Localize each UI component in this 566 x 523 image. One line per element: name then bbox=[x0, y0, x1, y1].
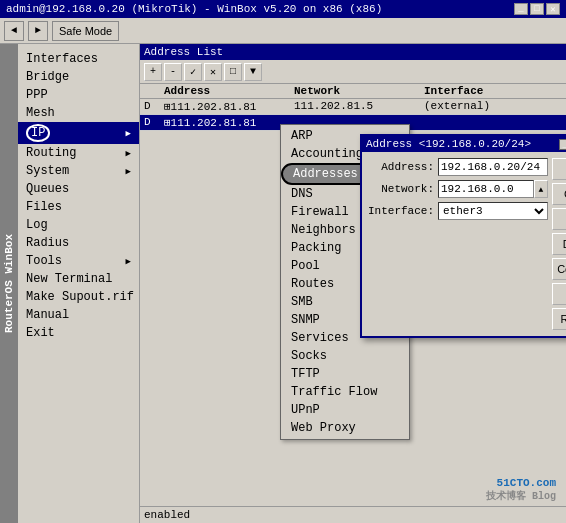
disable-toolbar-button[interactable]: ✕ bbox=[204, 63, 222, 81]
watermark-line1: 51CTO.com bbox=[486, 477, 556, 489]
sidebar-label: RouterOS WinBox bbox=[0, 44, 18, 523]
row2-flag: D bbox=[144, 116, 164, 129]
watermark-line2: 技术博客 Blog bbox=[486, 489, 556, 503]
sidebar-item-exit[interactable]: Exit bbox=[18, 324, 139, 342]
status-bar: enabled bbox=[140, 506, 566, 523]
address-list-title-bar: Address List bbox=[140, 44, 566, 60]
row1-flag: D bbox=[144, 100, 164, 113]
network-label: Network: bbox=[368, 183, 438, 195]
submenu-item-traffic-flow[interactable]: Traffic Flow bbox=[281, 383, 409, 401]
main-layout: RouterOS WinBox Interfaces Bridge PPP Me… bbox=[0, 44, 566, 523]
enable-button[interactable]: ✓ bbox=[184, 63, 202, 81]
interface-label: Interface: bbox=[368, 205, 438, 217]
address-list-toolbar: + - ✓ ✕ □ ▼ bbox=[140, 60, 566, 84]
network-field-row: Network: ▲ bbox=[368, 180, 548, 198]
safe-mode-button[interactable]: Safe Mode bbox=[52, 21, 119, 41]
table-header: Address Network Interface bbox=[140, 84, 566, 99]
sidebar-item-new-terminal[interactable]: New Terminal bbox=[18, 270, 139, 288]
sidebar-item-system[interactable]: System ▶ bbox=[18, 162, 139, 180]
sidebar-item-routing[interactable]: Routing ▶ bbox=[18, 144, 139, 162]
toolbar: ◄ ► Safe Mode bbox=[0, 18, 566, 44]
submenu-item-web-proxy[interactable]: Web Proxy bbox=[281, 419, 409, 437]
title-bar-buttons[interactable]: _ □ ✕ bbox=[514, 3, 560, 15]
sidebar-item-bridge[interactable]: Bridge bbox=[18, 68, 139, 86]
sidebar-item-ppp[interactable]: PPP bbox=[18, 86, 139, 104]
row2-interface bbox=[424, 116, 562, 129]
submenu-item-tftp[interactable]: TFTP bbox=[281, 365, 409, 383]
maximize-button[interactable]: □ bbox=[530, 3, 544, 15]
row2-address: ⊞111.202.81.81 bbox=[164, 116, 294, 129]
sidebar-item-log[interactable]: Log bbox=[18, 216, 139, 234]
interface-select[interactable]: ether3 bbox=[438, 202, 548, 220]
sidebar-item-make-supout[interactable]: Make Supout.rif bbox=[18, 288, 139, 306]
sidebar-item-ip[interactable]: IP ▶ bbox=[18, 122, 139, 144]
copy-toolbar-button[interactable]: □ bbox=[224, 63, 242, 81]
col-header-address: Address bbox=[164, 85, 294, 97]
dialog-fields: Address: Network: ▲ Interface: bbox=[368, 158, 548, 330]
sidebar-item-manual[interactable]: Manual bbox=[18, 306, 139, 324]
sidebar-item-mesh[interactable]: Mesh bbox=[18, 104, 139, 122]
apply-button[interactable]: Apply bbox=[552, 208, 566, 230]
cancel-button[interactable]: Cancel bbox=[552, 183, 566, 205]
sidebar-item-radius[interactable]: Radius bbox=[18, 234, 139, 252]
ok-button[interactable]: OK bbox=[552, 158, 566, 180]
comment-button[interactable]: Comment bbox=[552, 258, 566, 280]
ip-submenu-arrow: ▶ bbox=[126, 128, 131, 139]
col-header-network: Network bbox=[294, 85, 424, 97]
address-label: Address: bbox=[368, 161, 438, 173]
address-input[interactable] bbox=[438, 158, 548, 176]
col-header-interface: Interface bbox=[424, 85, 562, 97]
window-title: admin@192.168.0.20 (MikroTik) - WinBox v… bbox=[6, 3, 382, 15]
sidebar-item-tools[interactable]: Tools ▶ bbox=[18, 252, 139, 270]
row1-address: ⊞111.202.81.81 bbox=[164, 100, 294, 113]
address-dialog: Address <192.168.0.20/24> _ ✕ Address: N… bbox=[360, 134, 566, 338]
close-button[interactable]: ✕ bbox=[546, 3, 560, 15]
remove-button[interactable]: Remove bbox=[552, 308, 566, 330]
title-bar: admin@192.168.0.20 (MikroTik) - WinBox v… bbox=[0, 0, 566, 18]
content-area: Address List + - ✓ ✕ □ ▼ Address Network… bbox=[140, 44, 566, 523]
disable-button[interactable]: Disable bbox=[552, 233, 566, 255]
minimize-button[interactable]: _ bbox=[514, 3, 528, 15]
address-field-row: Address: bbox=[368, 158, 548, 176]
add-button[interactable]: + bbox=[144, 63, 162, 81]
back-button[interactable]: ◄ bbox=[4, 21, 24, 41]
dialog-minimize-button[interactable]: _ bbox=[559, 139, 566, 150]
sidebar-item-queues[interactable]: Queues bbox=[18, 180, 139, 198]
address-list-title: Address List bbox=[144, 46, 223, 58]
col-header-flag bbox=[144, 85, 164, 97]
network-input[interactable] bbox=[438, 180, 534, 198]
sidebar-menu: Interfaces Bridge PPP Mesh IP ▶ Routing … bbox=[18, 48, 139, 344]
submenu-item-upnp[interactable]: UPnP bbox=[281, 401, 409, 419]
watermark: 51CTO.com 技术博客 Blog bbox=[486, 477, 556, 503]
row1-network: 111.202.81.5 bbox=[294, 100, 424, 113]
status-text: enabled bbox=[144, 509, 190, 521]
table-row[interactable]: D ⊞111.202.81.81 111.202.81.5 (external) bbox=[140, 99, 566, 115]
filter-button[interactable]: ▼ bbox=[244, 63, 262, 81]
submenu-item-socks[interactable]: Socks bbox=[281, 347, 409, 365]
sidebar-item-files[interactable]: Files bbox=[18, 198, 139, 216]
remove-toolbar-button[interactable]: - bbox=[164, 63, 182, 81]
network-spin-button[interactable]: ▲ bbox=[534, 180, 548, 198]
forward-button[interactable]: ► bbox=[28, 21, 48, 41]
dialog-title-bar: Address <192.168.0.20/24> _ ✕ bbox=[362, 136, 566, 152]
sidebar-item-interfaces[interactable]: Interfaces bbox=[18, 50, 139, 68]
copy-button[interactable]: Copy bbox=[552, 283, 566, 305]
interface-field-row: Interface: ether3 bbox=[368, 202, 548, 220]
dialog-body: Address: Network: ▲ Interface: bbox=[362, 152, 566, 336]
dialog-title: Address <192.168.0.20/24> bbox=[366, 138, 531, 150]
left-sidebar: RouterOS WinBox Interfaces Bridge PPP Me… bbox=[0, 44, 140, 523]
row1-interface: (external) bbox=[424, 100, 562, 113]
dialog-buttons: OK Cancel Apply Disable Comment Copy Rem… bbox=[552, 158, 566, 330]
